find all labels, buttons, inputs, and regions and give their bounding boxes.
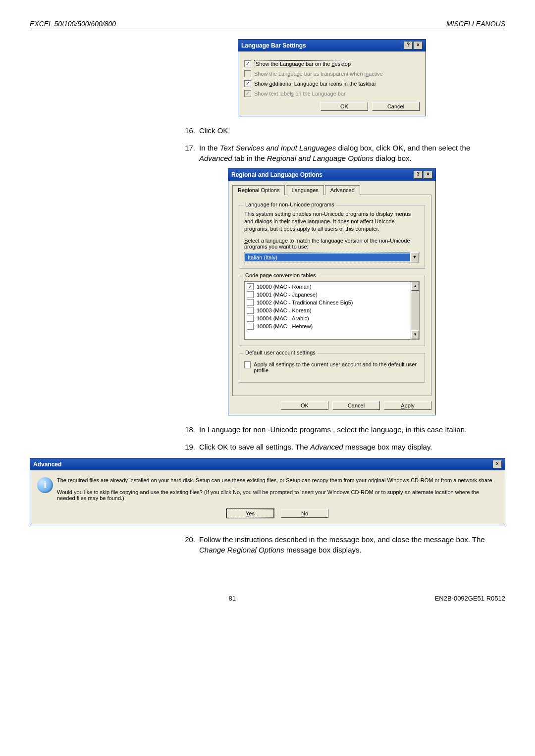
step-number: 18.	[178, 424, 199, 435]
checkbox[interactable]	[247, 307, 254, 314]
group-default-account: Default user account settings	[243, 350, 318, 355]
opt-text-labels: Show text labels on the Language bar	[254, 91, 346, 97]
yes-button[interactable]: Yes	[226, 509, 274, 518]
regional-dialog: Regional and Language Options ? × Region…	[228, 168, 436, 415]
checkbox[interactable]	[247, 323, 254, 330]
header-left: EXCEL 50/100/500/600/800	[30, 20, 116, 28]
opt-taskbar-icons: Show additional Language bar icons in th…	[254, 81, 376, 87]
codepage-listbox[interactable]: ✓10000 (MAC - Roman) 10001 (MAC - Japane…	[244, 281, 420, 340]
step-number: 19.	[178, 442, 199, 452]
checkbox-text-labels: ✓	[244, 90, 251, 97]
language-bar-dialog: Language Bar Settings ? × ✓ Show the Lan…	[238, 39, 426, 116]
step-number: 16.	[178, 125, 199, 136]
opt-show-desktop: Show the Language bar on the desktop	[254, 60, 352, 67]
list-item: 10001 (MAC - Japanese)	[247, 291, 417, 299]
non-unicode-desc: This system setting enables non-Unicode …	[244, 210, 420, 233]
list-item: ✓10000 (MAC - Roman)	[247, 283, 417, 291]
step-19: Click OK to save all settings. The Advan…	[199, 442, 505, 452]
help-button[interactable]: ?	[404, 42, 413, 50]
list-item: 10004 (MAC - Arabic)	[247, 314, 417, 322]
regional-title: Regional and Language Options	[231, 171, 322, 178]
step-number: 17.	[178, 143, 199, 163]
checkbox-taskbar-icons[interactable]: ✓	[244, 80, 251, 87]
select-language-label: Select a language to match the language …	[244, 238, 420, 250]
header-right: MISCELLEANOUS	[446, 20, 505, 28]
cancel-button[interactable]: Cancel	[332, 401, 380, 410]
advanced-msgbox: Advanced × i The required files are alre…	[30, 458, 505, 525]
scroll-up-icon[interactable]: ▴	[411, 282, 419, 291]
list-item: 10002 (MAC - Traditional Chinese Big5)	[247, 299, 417, 306]
checkbox[interactable]	[247, 299, 254, 306]
checkbox[interactable]	[247, 291, 254, 298]
close-button[interactable]: ×	[414, 42, 423, 50]
language-select[interactable]: Italian (Italy) ▼	[244, 252, 420, 262]
scroll-down-icon[interactable]: ▾	[411, 330, 419, 339]
tab-advanced[interactable]: Advanced	[325, 185, 360, 195]
close-button[interactable]: ×	[424, 171, 432, 179]
checkbox-transparent	[244, 70, 251, 77]
checkbox-show-desktop[interactable]: ✓	[244, 60, 251, 67]
language-select-value: Italian (Italy)	[245, 253, 410, 261]
advanced-title: Advanced	[33, 461, 61, 468]
help-button[interactable]: ?	[414, 171, 423, 179]
checkbox[interactable]	[247, 315, 254, 322]
step-20: Follow the instructions described in the…	[199, 534, 505, 555]
step-17: In the Text Services and Input Languages…	[199, 143, 505, 163]
tab-languages[interactable]: Languages	[286, 185, 323, 195]
langbar-title: Language Bar Settings	[241, 42, 306, 49]
ok-button[interactable]: OK	[321, 102, 368, 111]
advmsg-line2: Would you like to skip file copying and …	[57, 489, 498, 501]
step-16: Click OK.	[199, 125, 505, 136]
step-number: 20.	[178, 534, 199, 555]
apply-default-label: Apply all settings to the current user a…	[254, 361, 420, 373]
list-item: 10003 (MAC - Korean)	[247, 306, 417, 314]
advmsg-line1: The required files are already installed…	[57, 477, 498, 483]
info-icon: i	[37, 477, 53, 493]
tab-regional-options[interactable]: Regional Options	[232, 185, 285, 195]
doc-code: EN2B-0092GE51 R0512	[435, 595, 505, 602]
list-item: 10005 (MAC - Hebrew)	[247, 322, 417, 330]
cancel-button[interactable]: Cancel	[372, 102, 420, 111]
checkbox-apply-default[interactable]	[244, 361, 251, 368]
group-codepage: Code page conversion tables	[243, 272, 318, 278]
page-number: 81	[229, 595, 236, 602]
apply-button[interactable]: Apply	[384, 401, 431, 410]
ok-button[interactable]: OK	[281, 401, 328, 410]
close-button[interactable]: ×	[493, 460, 502, 468]
step-18: In Language for non -Unicode programs , …	[199, 424, 505, 435]
chevron-down-icon[interactable]: ▼	[410, 252, 419, 262]
group-non-unicode: Language for non-Unicode programs	[243, 202, 336, 207]
opt-transparent: Show the Language bar as transparent whe…	[254, 71, 383, 77]
scrollbar[interactable]: ▴ ▾	[411, 282, 419, 339]
no-button[interactable]: No	[281, 509, 328, 518]
checkbox[interactable]: ✓	[247, 283, 254, 290]
